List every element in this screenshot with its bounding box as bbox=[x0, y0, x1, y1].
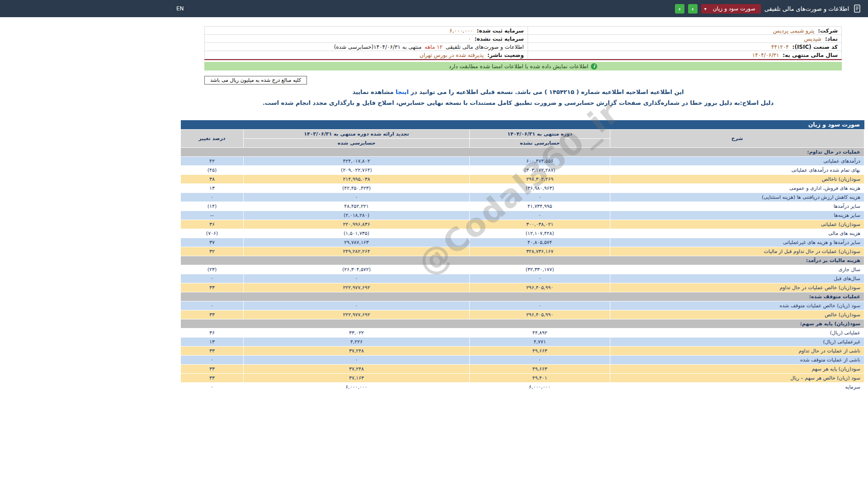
row-label: سال‌های قبل bbox=[610, 274, 864, 283]
report-period-suffix: منتهی به ۱۴۰۴/۰۶/۳۱(حسابرسی شده) bbox=[334, 44, 422, 50]
table-row: غیرعملیاتی (ریال)۴,۷۷۱۴,۲۲۶۱۳ bbox=[181, 338, 864, 347]
row-value-period2: ۳۷,۱۶۳ bbox=[244, 374, 470, 383]
row-value-period1: (۳۶,۹۸۰,۹۶۳) bbox=[470, 184, 610, 193]
unregistered-capital-value: ۰ bbox=[468, 36, 471, 42]
row-value-period2: ۳۷,۲۴۸ bbox=[244, 365, 470, 374]
row-label: غیرعملیاتی (ریال) bbox=[610, 338, 864, 347]
row-change-percent: -- bbox=[181, 211, 244, 220]
row-value-period2: ۶,۰۰۰,۰۰۰ bbox=[244, 383, 470, 392]
correction-text-after: مشاهده نمایید bbox=[352, 89, 396, 95]
row-change-percent: ۴۲ bbox=[181, 157, 244, 166]
table-row: سود(زیان) خالص۲۹۶,۴۰۵,۹۹۰۲۲۲,۹۷۷,۶۹۲۳۳ bbox=[181, 310, 864, 319]
table-row: عملیاتی (ریال)۴۴,۸۹۲۳۳,۰۲۲۳۶ bbox=[181, 328, 864, 338]
row-value-period1: ۲۹۶,۴۰۵,۹۹۰ bbox=[470, 310, 610, 319]
row-change-percent: (۲۳) bbox=[181, 265, 244, 274]
section-label: سود(زیان) پایه هر سهم: bbox=[181, 319, 864, 328]
table-row: بهای تمام شده درآمدهای عملیاتی(۳۰۳,۱۷۲,۲… bbox=[181, 166, 864, 175]
row-value-period2: ۴۲۴,۰۱۷,۸۰۲ bbox=[244, 157, 470, 166]
row-label: ناشی از عملیات در حال تداوم bbox=[610, 347, 864, 356]
symbol-cell: نماد: شپدیس bbox=[528, 35, 841, 43]
company-name-cell: شرکت: پترو شیمی پردیس bbox=[528, 27, 841, 35]
correction-line-1: این اطلاعیه اصلاحیه اطلاعیه شماره ( ۱۴۵۴… bbox=[168, 89, 868, 95]
row-change-percent: ۳۳ bbox=[181, 347, 244, 356]
row-label: سود (زیان) خالص هر سهم – ریال bbox=[610, 374, 864, 383]
row-label: سود (زیان) خالص عملیات متوقف شده bbox=[610, 301, 864, 310]
statement-dropdown-value: صورت سود و زیان bbox=[713, 5, 755, 12]
company-info-row: شرکت: پترو شیمی پردیس سرمایه ثبت شده: ۶,… bbox=[205, 27, 842, 35]
table-row: سود(زیان) عملیات در حال تداوم قبل از مال… bbox=[181, 247, 864, 256]
row-label: سود(زیان) خالص bbox=[610, 310, 864, 319]
table-row: سود(زیان) خالص عملیات در حال تداوم۲۹۶,۴۰… bbox=[181, 283, 864, 292]
row-label: سود(زیان) عملیات در حال تداوم قبل از مال… bbox=[610, 247, 864, 256]
row-change-percent: ۰ bbox=[181, 274, 244, 283]
company-info-row: نماد: شپدیس سرمایه ثبت نشده: ۰ bbox=[205, 35, 842, 43]
company-info-table: شرکت: پترو شیمی پردیس سرمایه ثبت شده: ۶,… bbox=[204, 26, 842, 59]
language-en-link[interactable]: EN bbox=[176, 5, 184, 12]
col-header-period1: دوره منتهی به ۱۴۰۴/۰۶/۳۱ bbox=[470, 130, 610, 139]
table-row: درآمدهای عملیاتی۶۰۰,۴۷۴,۵۵۶۴۲۴,۰۱۷,۸۰۲۴۲ bbox=[181, 157, 864, 166]
row-value-period2: ۰ bbox=[244, 356, 470, 365]
prev-statement-button[interactable]: › bbox=[688, 4, 698, 14]
table-row: سرمایه۶,۰۰۰,۰۰۰۶,۰۰۰,۰۰۰۰ bbox=[181, 383, 864, 392]
row-value-period1: ۴,۷۷۱ bbox=[470, 338, 610, 347]
statement-type-dropdown[interactable]: ▾ صورت سود و زیان bbox=[701, 4, 761, 14]
row-label: هزینه های مالی bbox=[610, 229, 864, 238]
row-value-period2: (۲۶,۳۰۴,۵۷۲) bbox=[244, 265, 470, 274]
amounts-unit-note: کلیه مبالغ درج شده به میلیون ریال می باش… bbox=[204, 76, 307, 84]
next-statement-button[interactable]: ‹ bbox=[675, 4, 684, 14]
fiscal-year-cell: سال مالی منتهی به: ۱۴۰۴/۰۶/۳۱ bbox=[528, 51, 841, 59]
row-label: سود(زیان) ناخالص bbox=[610, 175, 864, 184]
row-value-period2: ۰ bbox=[244, 193, 470, 202]
row-value-period1: ۴۹,۶۶۳ bbox=[470, 365, 610, 374]
table-row: هزینه های فروش، اداری و عمومی(۳۶,۹۸۰,۹۶۳… bbox=[181, 184, 864, 193]
table-row: ناشی از عملیات در حال تداوم۴۹,۶۶۳۳۷,۲۴۸۳… bbox=[181, 347, 864, 356]
table-row: سال جاری(۳۲,۳۳۰,۱۷۷)(۲۶,۳۰۴,۵۷۲)(۲۳) bbox=[181, 265, 864, 274]
issuer-status-cell: وضعیت ناشر: پذیرفته شده در بورس تهران bbox=[205, 51, 528, 59]
row-change-percent: ۰ bbox=[181, 383, 244, 392]
row-change-percent: ۳۷ bbox=[181, 238, 244, 247]
report-icon[interactable] bbox=[853, 4, 862, 13]
row-value-period2: ۴۸,۴۵۲,۲۲۱ bbox=[244, 202, 470, 211]
col-header-period2-audit: حسابرسی شده bbox=[244, 139, 470, 148]
previous-version-link[interactable]: اینجا bbox=[396, 89, 409, 95]
row-change-percent: ۳۳ bbox=[181, 365, 244, 374]
row-change-percent: ۳۳ bbox=[181, 283, 244, 292]
row-value-period2: (۴۲,۴۵۰,۴۲۳) bbox=[244, 184, 470, 193]
row-label: هزینه های فروش، اداری و عمومی bbox=[610, 184, 864, 193]
row-change-percent: ۳۶ bbox=[181, 220, 244, 229]
row-value-period2: ۲۲۲,۹۷۷,۶۹۲ bbox=[244, 310, 470, 319]
chevron-down-icon: ▾ bbox=[704, 4, 707, 14]
row-change-percent: ۰ bbox=[181, 356, 244, 365]
row-change-percent: ۳۶ bbox=[181, 328, 244, 338]
row-value-period1: ۲۹۷,۳۰۲,۲۶۹ bbox=[470, 175, 610, 184]
section-label: عملیات متوقف شده: bbox=[181, 292, 864, 301]
row-value-period1: ۲۹۶,۴۰۵,۹۹۰ bbox=[470, 283, 610, 292]
section-label: هزینه مالیات بر درآمد: bbox=[181, 256, 864, 265]
table-row: هزینه های مالی(۱۲,۱۰۷,۴۲۸)(۱,۵۰۱,۷۳۵)(۷۰… bbox=[181, 229, 864, 238]
row-label: سایر هزینه‌ها bbox=[610, 211, 864, 220]
row-value-period2: (۲۰۹,۰۲۲,۷۶۴) bbox=[244, 166, 470, 175]
correction-line-2: دلیل اصلاح:به دلیل بروز خطا در شماره‌گذا… bbox=[168, 99, 868, 106]
row-value-period1: ۰ bbox=[470, 274, 610, 283]
page-title: اطلاعات و صورت‌های مالی تلفیقی bbox=[764, 5, 849, 12]
registered-capital-value: ۶,۰۰۰,۰۰۰ bbox=[449, 28, 473, 34]
correction-text-before: این اطلاعیه اصلاحیه اطلاعیه شماره ( ۱۴۵۴… bbox=[409, 89, 684, 95]
row-value-period1: ۶۰۰,۴۷۴,۵۵۶ bbox=[470, 157, 610, 166]
section-row: عملیات متوقف شده: bbox=[181, 292, 864, 301]
isic-cell: کد صنعت (ISIC): ۴۴۱۲۰۴ bbox=[528, 43, 841, 51]
row-value-period1: ۳۰۰,۰۳۸,۰۲۱ bbox=[470, 220, 610, 229]
isic-label: کد صنعت (ISIC): bbox=[793, 44, 838, 50]
col-header-description: شرح bbox=[610, 130, 864, 148]
row-label: هزینه کاهش ارزش دریافتنی ها (هزینه استثن… bbox=[610, 193, 864, 202]
row-change-percent: ۳۳ bbox=[181, 310, 244, 319]
unregistered-capital-cell: سرمایه ثبت نشده: ۰ bbox=[205, 35, 528, 43]
company-name-value: پترو شیمی پردیس bbox=[773, 28, 815, 34]
row-change-percent: ۳۳ bbox=[181, 374, 244, 383]
row-change-percent: ۳۲ bbox=[181, 247, 244, 256]
info-icon: i bbox=[591, 63, 597, 70]
table-row: سایر درآمدها و هزینه های غیرعملیاتی۴۰,۸۰… bbox=[181, 238, 864, 247]
amounts-note-row: کلیه مبالغ درج شده به میلیون ریال می باش… bbox=[204, 75, 868, 84]
row-value-period1: ۴۱,۷۳۴,۹۹۵ bbox=[470, 202, 610, 211]
col-header-period1-audit: حسابرسی نشده bbox=[470, 139, 610, 148]
row-value-period1: ۴۰,۸۰۵,۵۷۴ bbox=[470, 238, 610, 247]
